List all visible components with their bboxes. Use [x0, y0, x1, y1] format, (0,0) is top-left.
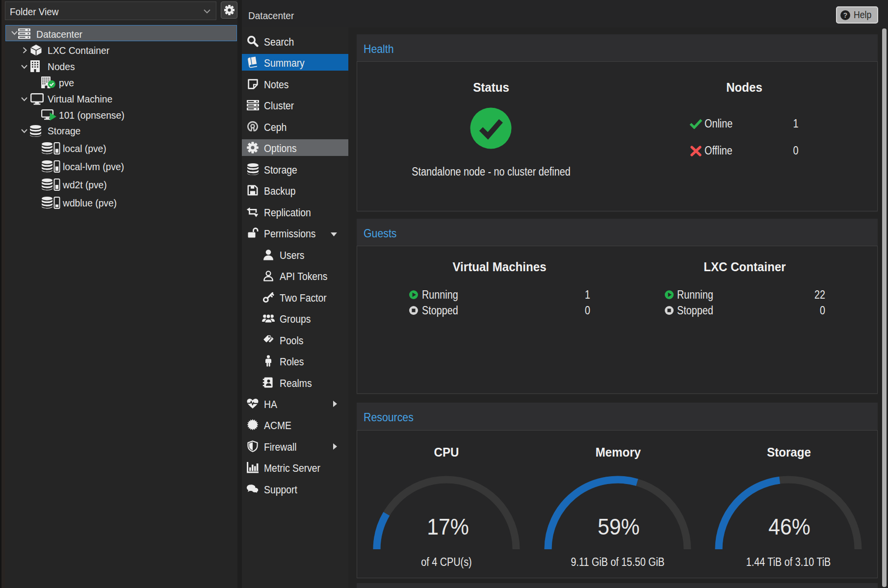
- svg-text:?: ?: [843, 11, 848, 19]
